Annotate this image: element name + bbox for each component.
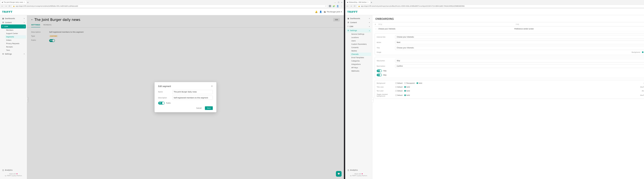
- save-button[interactable]: Save: [205, 106, 213, 110]
- nav-dashboards[interactable]: ▦Dashboards▾: [1, 16, 26, 20]
- public-toggle-modal[interactable]: ON: [158, 102, 164, 104]
- subnav-locations[interactable]: Locations: [350, 36, 371, 39]
- internal-title-input[interactable]: Choose your interests:: [395, 35, 644, 39]
- subnav-tiers[interactable]: Tiers: [5, 48, 26, 52]
- hex-toggle: #ee7e22ff: [640, 94, 644, 96]
- subnav-integrations[interactable]: Integrations: [350, 63, 371, 66]
- title-input[interactable]: Choose your interests:: [395, 46, 644, 50]
- radio-solid[interactable]: Solid: [404, 90, 410, 92]
- grid-icon: ▦: [348, 18, 349, 19]
- subnav-orders[interactable]: Orders: [5, 38, 26, 42]
- radio-default[interactable]: Default: [395, 82, 402, 84]
- next-input[interactable]: Confirm: [395, 64, 644, 68]
- screen-row[interactable]: ⋮⋮ Choose your interests Preference cent…: [375, 26, 644, 31]
- nav-crm[interactable]: ?CRM▴: [1, 24, 26, 28]
- nav-analytics[interactable]: ◫Analytics: [1, 168, 26, 172]
- image-bg-radio[interactable]: [642, 52, 644, 53]
- maximize-button[interactable]: ❐: [338, 2, 339, 3]
- subnav-wallets[interactable]: Wallets: [350, 49, 371, 52]
- subnav-receipts[interactable]: Receipts: [5, 45, 26, 48]
- browser-action-icons: 🅰 🧩 👤 ⋮: [329, 5, 343, 8]
- nav-content[interactable]: 🖹Content▾: [346, 20, 371, 24]
- editor-center: # TITLE TYPE ⋮⋮ Choose your interests Pr…: [372, 22, 644, 179]
- url-input[interactable]: 🔒 app.stage.trifft.io/activity/settings/…: [357, 5, 644, 8]
- minimize-button[interactable]: —: [334, 2, 336, 3]
- radio-default[interactable]: Default: [395, 94, 402, 96]
- new-tab-button[interactable]: +: [26, 1, 29, 4]
- url-text: app.stage.trifft.io/activity/crm/segment…: [16, 5, 78, 7]
- translate-icon[interactable]: 🅰: [329, 5, 331, 8]
- colors-card: Background Default Transparent Solid #ff…: [375, 80, 644, 99]
- nav-reload-icon[interactable]: ⟳: [8, 5, 11, 8]
- radio-default[interactable]: Default: [395, 90, 402, 92]
- row-skip-toggle[interactable]: ON: [377, 74, 382, 76]
- subnav-segments[interactable]: Segments: [5, 35, 26, 38]
- screen-type: Preference center screen: [514, 28, 644, 30]
- nav-back-icon[interactable]: ←: [1, 5, 4, 8]
- action-select[interactable]: Next▾: [395, 40, 644, 44]
- subnav-customparams[interactable]: Custom Parameters: [350, 42, 371, 46]
- browser-tab[interactable]: ◆ The Joint Burger daily news ✕: [0, 0, 26, 4]
- close-tab-icon[interactable]: ✕: [367, 2, 368, 3]
- subnav-apikeys[interactable]: API Keys: [350, 66, 371, 69]
- radio-solid[interactable]: Solid: [404, 86, 410, 88]
- user-icon[interactable]: 👤: [320, 11, 322, 13]
- cancel-button[interactable]: Cancel: [194, 106, 204, 110]
- nav-analytics[interactable]: ◫Analytics: [346, 168, 371, 172]
- nav-content[interactable]: 🖹Content▾: [1, 20, 26, 24]
- subnav-general[interactable]: General Settings: [350, 32, 371, 36]
- subnav-members[interactable]: Members: [5, 28, 26, 32]
- lbl-togglechecked: Toggle checked background: [377, 94, 394, 97]
- sidebar-collapse-handle[interactable]: ‹: [372, 97, 374, 102]
- modal-overlay[interactable]: ✕ Edit segment Name Description ON Pu: [27, 15, 344, 179]
- col-title: TITLE: [378, 24, 516, 25]
- radio-solid[interactable]: Solid: [416, 82, 422, 84]
- row-title-toggle[interactable]: ON: [377, 70, 382, 72]
- url-input[interactable]: 🔒 app.stage.trifft.io/activity/crm/segme…: [12, 5, 328, 8]
- nav-forward-icon[interactable]: →: [350, 5, 352, 8]
- star-icon[interactable]: ☆: [325, 6, 326, 7]
- nav-settings[interactable]: ⚙Settings▴: [346, 28, 371, 32]
- bell-icon[interactable]: 🔔: [315, 11, 318, 13]
- chat-launcher[interactable]: 💬: [336, 171, 342, 177]
- radio-default[interactable]: Default: [395, 86, 402, 88]
- close-modal-icon[interactable]: ✕: [211, 85, 213, 87]
- nav-reload-icon[interactable]: ⟳: [354, 5, 356, 8]
- subnav-users[interactable]: Users: [350, 39, 371, 42]
- description-input[interactable]: [172, 96, 213, 100]
- chart-icon: ◫: [348, 169, 349, 171]
- subnav-support[interactable]: Support Center: [5, 32, 26, 35]
- new-tab-button[interactable]: +: [370, 1, 373, 4]
- subnav-privacy[interactable]: Privacy Requests: [5, 42, 26, 45]
- subnav-emailtemplates[interactable]: Email Templates: [350, 56, 371, 59]
- radio-solid[interactable]: Solid: [404, 94, 410, 96]
- subnav-channels[interactable]: Channels: [350, 52, 371, 56]
- nav-dashboards[interactable]: ▦Dashboards▾: [346, 16, 371, 20]
- browser-tab[interactable]: ◆ Onboarding – Edit button ✕: [346, 0, 370, 4]
- skip-input[interactable]: Skip: [395, 59, 644, 63]
- subnav-webhooks[interactable]: Webhooks: [350, 69, 371, 73]
- name-input[interactable]: [172, 90, 213, 94]
- account-icon[interactable]: 👤: [336, 5, 339, 8]
- nav-crm-sub: Members Support Center Segments Orders P…: [1, 28, 26, 52]
- lbl-next: Next button: [377, 65, 394, 67]
- close-tab-icon[interactable]: ✕: [24, 2, 25, 3]
- brand-logo[interactable]: TRIFFT: [2, 10, 12, 14]
- venue-selector[interactable]: 🏬 The Burger Joint ▾: [324, 11, 342, 13]
- footer-made: Made with: [354, 173, 361, 174]
- menu-icon[interactable]: ⋮: [340, 5, 343, 8]
- public-label-modal: Public: [166, 102, 171, 104]
- subnav-consents[interactable]: Consents: [350, 46, 371, 49]
- doc-icon: 🖹: [348, 22, 349, 23]
- brand-logo[interactable]: TRIFFT: [347, 10, 358, 14]
- app-topbar: TRIFFT 🔔 👤 🏬 The Burger Joint ▾: [0, 8, 344, 15]
- subnav-categories[interactable]: Categories: [350, 59, 371, 63]
- nav-forward-icon[interactable]: →: [5, 5, 7, 8]
- radio-transparent[interactable]: Transparent: [404, 82, 415, 84]
- drag-handle-icon[interactable]: ⋮⋮: [375, 28, 378, 30]
- nav-back-icon[interactable]: ←: [346, 5, 349, 8]
- extensions-icon[interactable]: 🧩: [332, 5, 335, 8]
- nav-settings[interactable]: ⚙Settings▾: [1, 52, 26, 56]
- close-window-button[interactable]: ✕: [341, 2, 342, 3]
- nav-crm[interactable]: ?CRM▾: [346, 24, 371, 28]
